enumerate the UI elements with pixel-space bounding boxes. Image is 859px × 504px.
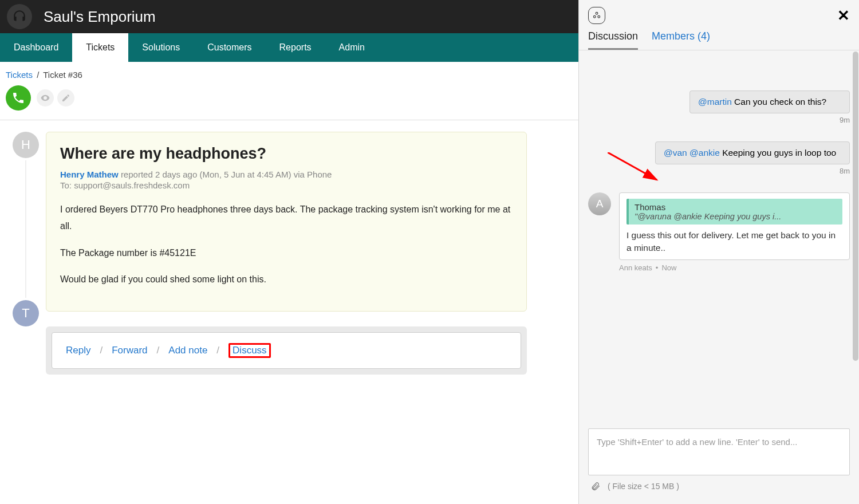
forward-link[interactable]: Forward [112,345,147,356]
message-time: 9m [588,116,850,124]
phone-channel-icon[interactable] [6,85,31,111]
compose-area: Type 'Shift+Enter' to add a new line. 'E… [579,422,859,504]
compose-input[interactable]: Type 'Shift+Enter' to add a new line. 'E… [588,428,850,475]
thread-gutter: H T [6,132,46,375]
message-out: @martin Can you check on this? [689,90,850,113]
company-name: Saul's Emporium [44,8,156,26]
reply-bar: Reply / Forward / Add note / Discuss [52,332,521,369]
agent-avatar[interactable]: T [13,300,39,326]
svg-point-5 [596,12,598,14]
breadcrumb-current: Ticket #36 [43,70,82,80]
ticket-author[interactable]: Henry Mathew [60,170,119,179]
message-body: I guess this out for delivery. Let me ge… [626,229,842,254]
tab-members[interactable]: Members (4) [652,30,710,50]
quote-author: Thomas [635,202,837,212]
message-out: @van @ankie Keeping you guys in loop too [655,141,850,164]
ticket-body: I ordered Beyers DT770 Pro headphones th… [60,202,513,288]
mention[interactable]: @martin [698,97,732,107]
edit-icon[interactable] [57,89,74,107]
breadcrumb-root[interactable]: Tickets [6,70,33,80]
reply-link[interactable]: Reply [66,345,90,356]
ticket-to: To: support@sauls.freshdesk.com [60,180,513,190]
quote-text: "@varuna @ankie Keeping you guys i... [635,212,837,221]
message-avatar[interactable]: A [588,192,611,215]
addnote-link[interactable]: Add note [168,345,207,356]
nav-admin[interactable]: Admin [325,33,379,62]
ticket-body-line: The Package number is #45121E [60,245,513,262]
panel-header: ✕ [579,0,859,25]
svg-point-6 [593,15,596,18]
nav-solutions[interactable]: Solutions [128,33,194,62]
ticket-body-line: I ordered Beyers DT770 Pro headphones th… [60,202,513,235]
reply-bar-wrap: Reply / Forward / Add note / Discuss [46,326,527,375]
discussion-panel: ✕ Discussion Members (4) @martin Can you… [578,0,859,504]
messages-area[interactable]: @martin Can you check on this? 9m @van @… [579,50,859,422]
mention[interactable]: @van [664,148,687,158]
attach-row: ( File size < 15 MB ) [588,475,850,497]
svg-point-7 [598,15,600,18]
discuss-highlight-inline: Discuss [228,343,271,358]
ticket-title: Where are my headphones? [60,145,513,163]
watch-icon[interactable] [37,89,54,107]
tab-discussion[interactable]: Discussion [588,30,638,50]
nav-customers[interactable]: Customers [194,33,265,62]
nav-reports[interactable]: Reports [266,33,325,62]
requester-avatar[interactable]: H [13,132,39,158]
discuss-link[interactable]: Discuss [233,345,267,356]
thread-line [25,160,26,298]
message-meta: Ann keats•Now [619,263,850,272]
ticket-card: Where are my headphones? Henry Mathew re… [46,132,527,312]
close-icon[interactable]: ✕ [837,7,850,25]
paperclip-icon[interactable] [590,481,601,491]
logo-icon[interactable] [7,4,32,29]
message-in: Thomas "@varuna @ankie Keeping you guys … [619,192,850,260]
nav-dashboard[interactable]: Dashboard [0,33,72,62]
panel-tabs: Discussion Members (4) [579,25,859,50]
mention[interactable]: @ankie [689,148,720,158]
ticket-meta: Henry Mathew reported 2 days ago (Mon, 5… [60,170,513,179]
ticket-body-line: Would be glad if you could shed some lig… [60,271,513,288]
svg-line-8 [608,152,657,180]
nav-tickets[interactable]: Tickets [72,33,128,62]
quote-box: Thomas "@varuna @ankie Keeping you guys … [626,199,842,225]
message-in-row: A Thomas "@varuna @ankie Keeping you guy… [588,192,850,260]
collab-icon [588,7,605,24]
attach-hint: ( File size < 15 MB ) [608,482,679,491]
